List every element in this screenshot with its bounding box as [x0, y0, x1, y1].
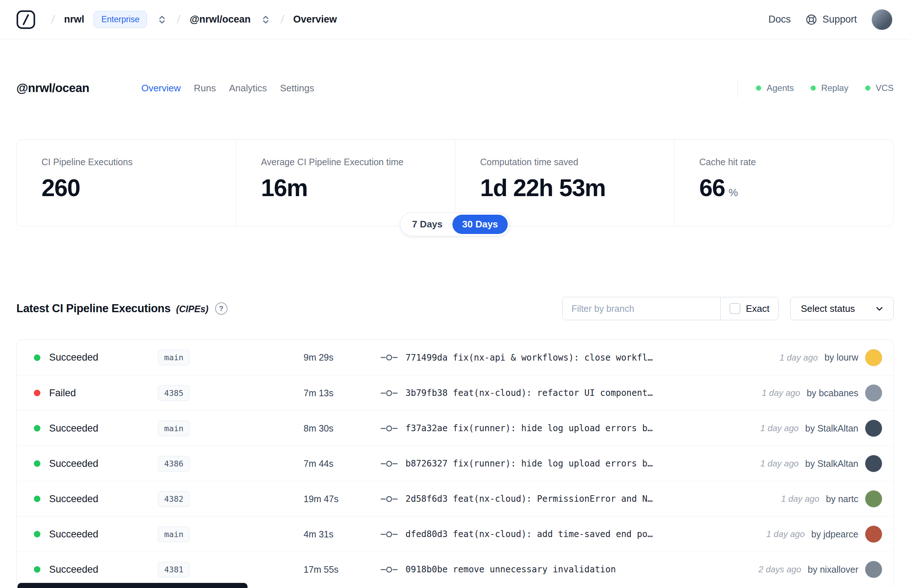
branch-badge: 4381: [158, 562, 190, 577]
commit-cell: 0918b0be remove unnecessary invalidation: [381, 564, 748, 575]
git-commit-icon: [381, 389, 398, 397]
status-label: Succeeded: [49, 493, 98, 505]
stats-section: CI Pipeline Executions 260 Average CI Pi…: [16, 139, 894, 226]
cipe-row[interactable]: Failed 4385 7m 13s 3b79fb38 feat(nx-clou…: [17, 375, 893, 410]
duration-cell: 8m 30s: [304, 423, 381, 434]
status-label: Succeeded: [49, 423, 98, 434]
stat-value: 260: [42, 174, 229, 202]
page-title: @nrwl/ocean: [16, 81, 89, 95]
breadcrumb-workspace[interactable]: @nrwl/ocean: [190, 14, 251, 25]
breadcrumb-separator: /: [176, 13, 181, 26]
cipe-row[interactable]: Succeeded main 9m 29s 771499da fix(nx-ap…: [17, 340, 893, 375]
legend-label: Replay: [821, 83, 849, 93]
tab-runs[interactable]: Runs: [194, 82, 216, 94]
top-navbar: / nrwl Enterprise / @nrwl/ocean / Overvi…: [0, 0, 910, 39]
range-7-days-button[interactable]: 7 Days: [402, 215, 453, 234]
status-label: Failed: [49, 388, 76, 399]
duration-cell: 4m 31s: [304, 529, 381, 540]
status-dot: [34, 460, 40, 467]
relative-time: 1 day ago: [766, 529, 805, 539]
status-select-label: Select status: [801, 303, 855, 314]
stat-label: Average CI Pipeline Execution time: [261, 157, 448, 167]
avatar: [865, 349, 883, 367]
tab-analytics[interactable]: Analytics: [229, 82, 267, 94]
commit-message: 2d58f6d3 feat(nx-cloud): PermissionError…: [406, 494, 653, 504]
status-cell: Failed: [17, 388, 158, 399]
commit-cell: b8726327 fix(runner): hide log upload er…: [381, 459, 750, 468]
status-select-button[interactable]: Select status: [790, 297, 894, 320]
status-label: Succeeded: [49, 564, 98, 575]
branch-badge: 4382: [158, 491, 190, 507]
org-switcher-icon[interactable]: [157, 14, 167, 25]
duration-cell: 9m 29s: [304, 352, 381, 363]
date-range-toggle: 7 Days 30 Days: [400, 213, 510, 236]
avatar: [865, 525, 883, 543]
branch-filter-input[interactable]: [563, 297, 720, 320]
user-avatar[interactable]: [871, 9, 892, 30]
tab-settings[interactable]: Settings: [280, 82, 314, 94]
exact-checkbox[interactable]: [729, 303, 740, 314]
author: by jdpearce: [811, 529, 858, 540]
exact-match-segment: Exact: [720, 297, 778, 320]
stat-value-unit: %: [728, 187, 738, 198]
author: by StalkAltan: [805, 423, 858, 434]
status-label: Succeeded: [49, 352, 98, 363]
help-icon[interactable]: ?: [215, 302, 228, 315]
legend-label: VCS: [876, 83, 894, 93]
status-dot: [34, 425, 40, 431]
commit-message: f37a32ae fix(runner): hide log upload er…: [406, 423, 653, 433]
commit-cell: f37a32ae fix(runner): hide log upload er…: [381, 423, 750, 433]
support-link[interactable]: Support: [805, 13, 857, 26]
status-dot: [34, 531, 40, 538]
status-label: Succeeded: [49, 458, 98, 469]
legend-item-replay[interactable]: Replay: [811, 83, 849, 93]
commit-message: 3b79fb38 feat(nx-cloud): refactor UI com…: [406, 388, 653, 398]
legend-item-vcs[interactable]: VCS: [865, 83, 894, 93]
docs-link[interactable]: Docs: [768, 14, 791, 25]
bottom-toast-partial: [18, 583, 247, 588]
duration-cell: 19m 47s: [304, 494, 381, 504]
meta-cell: 2 days ago by nixallover: [748, 561, 893, 578]
status-cell: Succeeded: [17, 423, 158, 434]
cipe-row[interactable]: Succeeded 4382 19m 47s 2d58f6d3 feat(nx-…: [17, 481, 893, 516]
workspace-switcher-icon[interactable]: [260, 14, 271, 25]
git-commit-icon: [381, 566, 398, 573]
branch-cell: 4381: [158, 562, 304, 577]
avatar: [865, 490, 883, 507]
legend-item-agents[interactable]: Agents: [756, 83, 794, 93]
commit-message: 0918b0be remove unnecessary invalidation: [406, 564, 616, 575]
cipe-row[interactable]: Succeeded main 4m 31s dfed80d3 feat(nx-c…: [17, 516, 893, 552]
breadcrumb-org[interactable]: nrwl: [64, 14, 84, 25]
green-dot-icon: [865, 86, 870, 90]
nx-cloud-logo-icon[interactable]: [16, 10, 36, 30]
commit-cell: 2d58f6d3 feat(nx-cloud): PermissionError…: [381, 494, 770, 504]
duration-cell: 17m 55s: [304, 564, 381, 575]
exact-label[interactable]: Exact: [746, 303, 769, 314]
lifebuoy-icon: [805, 13, 818, 26]
cipe-row[interactable]: Succeeded 4381 17m 55s 0918b0be remove u…: [17, 552, 893, 587]
status-dot: [34, 496, 40, 502]
tab-overview[interactable]: Overview: [141, 82, 181, 94]
cipe-row[interactable]: Succeeded main 8m 30s f37a32ae fix(runne…: [17, 410, 893, 446]
status-cell: Succeeded: [17, 564, 158, 575]
meta-cell: 1 day ago by StalkAltan: [750, 455, 893, 472]
branch-badge: 4386: [158, 456, 190, 472]
cipe-row[interactable]: Succeeded 4386 7m 44s b8726327 fix(runne…: [17, 446, 893, 481]
cipe-title-wrap: Latest CI Pipeline Executions (CIPEs): [16, 302, 209, 315]
breadcrumb-separator: /: [280, 13, 284, 26]
cipe-section-header: Latest CI Pipeline Executions (CIPEs) ? …: [16, 297, 894, 320]
status-dot: [34, 566, 40, 573]
git-commit-icon: [381, 425, 398, 432]
status-cell: Succeeded: [17, 493, 158, 505]
git-commit-icon: [381, 354, 398, 361]
range-30-days-button[interactable]: 30 Days: [453, 215, 508, 234]
avatar: [865, 384, 883, 402]
author: by lourw: [824, 352, 858, 363]
stat-label: Computation time saved: [480, 157, 667, 167]
stat-label: CI Pipeline Executions: [42, 157, 229, 167]
breadcrumb-page: Overview: [293, 14, 337, 25]
git-commit-icon: [381, 495, 398, 503]
stat-value: 66%: [699, 174, 886, 202]
branch-cell: main: [158, 527, 304, 542]
commit-cell: 771499da fix(nx-api & workflows): close …: [381, 352, 768, 363]
